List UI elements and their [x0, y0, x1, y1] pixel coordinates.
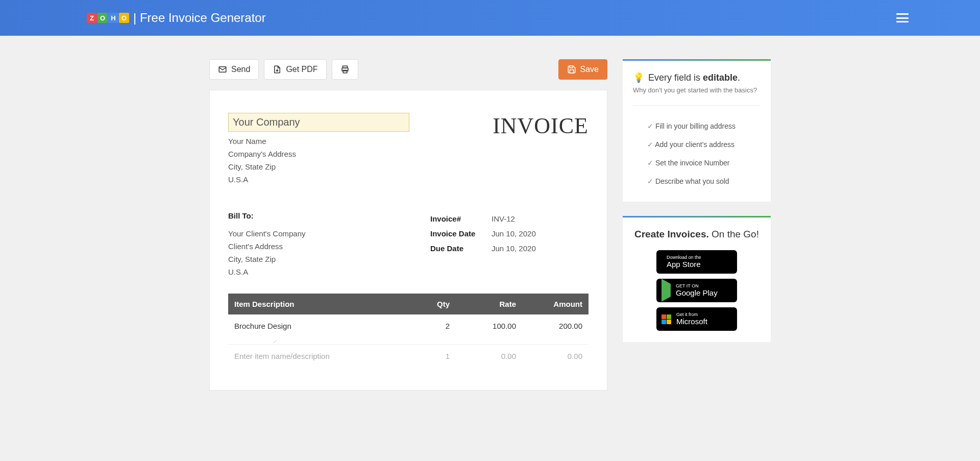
- google-play-badge[interactable]: GET IT ONGoogle Play: [656, 279, 737, 302]
- client-company-field[interactable]: Your Client's Company: [228, 227, 430, 240]
- client-country-field[interactable]: U.S.A: [228, 265, 430, 278]
- microsoft-store-badge[interactable]: Get it fromMicrosoft: [656, 307, 737, 331]
- client-city-field[interactable]: City, State Zip: [228, 253, 430, 265]
- your-name-field[interactable]: Your Name: [228, 135, 493, 148]
- zoho-logo: ZOHO: [87, 13, 129, 23]
- item-rate-cell[interactable]: 100.00: [456, 314, 522, 345]
- company-block: Your Name Company's Address City, State …: [228, 113, 493, 186]
- tip-item: Set the invoice Number: [647, 154, 761, 172]
- header-brand: ZOHO | Free Invoice Generator: [87, 11, 266, 25]
- send-label: Send: [231, 65, 250, 74]
- tip-item: Add your client's address: [647, 135, 761, 154]
- item-desc-placeholder[interactable]: Enter item name/description: [228, 345, 400, 368]
- item-amount-cell: 200.00: [522, 314, 589, 345]
- company-name-input[interactable]: [228, 113, 409, 132]
- get-pdf-label: Get PDF: [286, 65, 317, 74]
- save-icon: [567, 65, 576, 74]
- mail-icon: [218, 65, 227, 74]
- header-title: | Free Invoice Generator: [133, 11, 266, 25]
- bill-to-block: Bill To: Your Client's Company Client's …: [228, 211, 430, 278]
- google-play-icon: [662, 284, 671, 297]
- invoice-date-value[interactable]: Jun 10, 2020: [492, 229, 536, 238]
- invoice-meta: Invoice# INV-12 Invoice Date Jun 10, 202…: [430, 211, 589, 278]
- company-city-field[interactable]: City, State Zip: [228, 160, 493, 173]
- col-amount: Amount: [522, 294, 589, 314]
- item-amount-placeholder: 0.00: [522, 345, 589, 368]
- tips-checklist: Fill in your billing address Add your cl…: [633, 117, 761, 190]
- app-header: ZOHO | Free Invoice Generator: [0, 0, 980, 36]
- col-qty: Qty: [400, 294, 456, 314]
- tips-subtext: Why don't you get started with the basic…: [633, 86, 761, 106]
- resize-handle-icon[interactable]: ⟋: [272, 338, 277, 343]
- item-qty-placeholder[interactable]: 1: [400, 345, 456, 368]
- send-button[interactable]: Send: [209, 59, 259, 80]
- tips-card: 💡 Every field is editable. Why don't you…: [623, 59, 771, 202]
- microsoft-icon: [662, 314, 671, 324]
- col-description: Item Description: [228, 294, 400, 314]
- bulb-icon: 💡: [633, 72, 644, 83]
- pdf-icon: [273, 65, 282, 74]
- item-qty-cell[interactable]: 2: [400, 314, 456, 345]
- invoice-title: INVOICE: [493, 113, 589, 139]
- company-country-field[interactable]: U.S.A: [228, 173, 493, 186]
- get-pdf-button[interactable]: Get PDF: [264, 59, 326, 80]
- toolbar: Send Get PDF Save: [209, 59, 607, 80]
- bill-to-label: Bill To:: [228, 211, 430, 220]
- tip-item: Describe what you sold: [647, 172, 761, 190]
- app-store-badge[interactable]: Download on theApp Store: [656, 250, 737, 274]
- print-icon: [340, 65, 350, 74]
- item-desc-cell[interactable]: Brochure Design⟋: [228, 314, 400, 345]
- promo-heading: Create Invoices. On the Go!: [633, 229, 761, 240]
- invoice-number-label: Invoice#: [430, 214, 492, 223]
- svg-rect-5: [570, 70, 574, 73]
- tips-heading: 💡 Every field is editable.: [633, 72, 761, 83]
- company-address-field[interactable]: Company's Address: [228, 148, 493, 160]
- item-rate-placeholder[interactable]: 0.00: [456, 345, 522, 368]
- col-rate: Rate: [456, 294, 522, 314]
- tip-item: Fill in your billing address: [647, 117, 761, 135]
- invoice-card: Your Name Company's Address City, State …: [209, 90, 607, 391]
- due-date-label: Due Date: [430, 244, 492, 253]
- save-label: Save: [580, 65, 599, 74]
- svg-rect-4: [570, 66, 573, 68]
- invoice-date-label: Invoice Date: [430, 229, 492, 238]
- print-button[interactable]: [332, 59, 358, 80]
- table-row: Brochure Design⟋ 2 100.00 200.00: [228, 314, 589, 345]
- table-row-placeholder: Enter item name/description 1 0.00 0.00: [228, 345, 589, 368]
- promo-card: Create Invoices. On the Go! Download on …: [623, 216, 771, 342]
- due-date-value[interactable]: Jun 10, 2020: [492, 244, 536, 253]
- items-table: Item Description Qty Rate Amount Brochur…: [228, 294, 589, 368]
- save-button[interactable]: Save: [558, 59, 607, 80]
- hamburger-menu-icon[interactable]: [896, 13, 909, 22]
- client-address-field[interactable]: Client's Address: [228, 240, 430, 253]
- invoice-number-value[interactable]: INV-12: [492, 214, 515, 223]
